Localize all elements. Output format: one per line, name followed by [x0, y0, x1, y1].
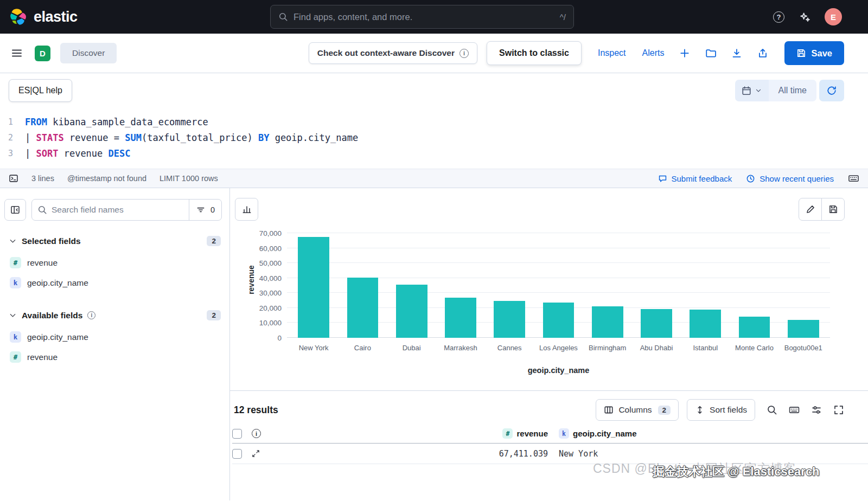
chart-type-button[interactable]: [235, 198, 258, 221]
line-number: 1: [0, 117, 25, 127]
search-icon: [37, 205, 47, 215]
x-axis-title: geoip.city_name: [287, 366, 830, 375]
ai-assistant-button[interactable]: [799, 11, 810, 23]
x-tick-label: Dubai: [387, 344, 436, 352]
save-icon: [796, 48, 806, 58]
chart-bar-monte-carlo[interactable]: [739, 317, 770, 338]
save-visualization-button[interactable]: [821, 198, 845, 221]
chart-bar-dubai[interactable]: [396, 285, 427, 338]
header-actions: ? E: [773, 8, 842, 25]
edit-icon: [806, 204, 815, 214]
time-range-label[interactable]: All time: [769, 80, 816, 101]
cell-city[interactable]: New York: [548, 449, 868, 459]
selected-fields-label: Selected fields: [22, 236, 81, 246]
show-recent-queries-link[interactable]: Show recent queries: [746, 174, 834, 183]
y-tick-label: 50,000: [259, 259, 282, 267]
field-item-geoip.city_name[interactable]: kgeoip.city_name: [4, 327, 222, 347]
code-line: FROM kibana_sample_data_ecommerce: [25, 117, 208, 127]
x-tick-label: Bogotu00e1: [779, 344, 828, 352]
x-tick-label: Monte Carlo: [730, 344, 778, 352]
sort-fields-button[interactable]: Sort fields: [687, 399, 755, 421]
chart-bar-new-york[interactable]: [298, 237, 329, 338]
table-header-city[interactable]: k geoip.city_name: [548, 428, 868, 439]
discover-app-badge[interactable]: D: [35, 46, 50, 61]
expand-row-icon[interactable]: [252, 449, 260, 458]
feedback-icon: [658, 174, 667, 183]
field-name: geoip.city_name: [27, 278, 88, 288]
chart-bar-cairo[interactable]: [347, 278, 379, 338]
select-all-checkbox[interactable]: [232, 429, 242, 439]
open-button[interactable]: [705, 48, 716, 59]
editor-lines: 1FROM kibana_sample_data_ecommerce2| STA…: [0, 114, 868, 161]
fullscreen-button[interactable]: [833, 404, 844, 415]
code-line: | SORT revenue DESC: [25, 148, 131, 159]
available-fields-header[interactable]: Available fields i 2: [4, 310, 222, 320]
collapse-sidebar-button[interactable]: [4, 199, 26, 221]
field-search-input[interactable]: [52, 205, 184, 215]
breadcrumb[interactable]: Discover: [60, 43, 117, 63]
avatar[interactable]: E: [825, 8, 842, 25]
columns-button[interactable]: Columns 2: [596, 399, 679, 421]
line-count: 3 lines: [31, 174, 54, 183]
y-tick-label: 60,000: [259, 244, 282, 252]
chart-bar-birmingham[interactable]: [592, 306, 623, 338]
editor-status-icon: [9, 174, 18, 183]
available-fields-list: kgeoip.city_name#revenue: [4, 327, 222, 367]
chart-bar-abu-dhabi[interactable]: [641, 309, 672, 338]
save-button[interactable]: Save: [784, 41, 844, 65]
alerts-link[interactable]: Alerts: [642, 48, 665, 58]
line-number: 3: [0, 149, 25, 158]
context-aware-banner-button[interactable]: Check out context-aware Discover i: [309, 42, 477, 64]
y-tick-label: 30,000: [259, 289, 282, 297]
new-session-button[interactable]: [679, 48, 690, 59]
edit-visualization-button[interactable]: [799, 198, 822, 221]
cell-revenue[interactable]: 67,411.039: [270, 449, 548, 459]
menu-button[interactable]: [11, 47, 23, 59]
chart-bar-bogotu00e1[interactable]: [788, 320, 819, 338]
brand[interactable]: elastic: [9, 7, 78, 27]
x-tick-label: Cairo: [338, 344, 387, 352]
keyboard-icon: [848, 174, 859, 183]
row-checkbox[interactable]: [232, 449, 242, 459]
global-search[interactable]: ^/: [270, 5, 574, 29]
inspect-link[interactable]: Inspect: [598, 48, 626, 58]
global-search-input[interactable]: [293, 12, 554, 22]
table-header-revenue[interactable]: # revenue: [270, 428, 548, 439]
chart-bar-marrakesh[interactable]: [445, 298, 476, 338]
field-filter-button[interactable]: 0: [189, 199, 221, 221]
chart-bar-cannes[interactable]: [494, 301, 525, 338]
field-item-revenue[interactable]: #revenue: [4, 253, 222, 273]
available-fields-count: 2: [207, 310, 221, 320]
esql-editor[interactable]: 1FROM kibana_sample_data_ecommerce2| STA…: [0, 107, 868, 169]
field-name: revenue: [27, 258, 58, 268]
keyboard-shortcuts-button[interactable]: [848, 174, 859, 183]
sort-fields-icon: [695, 405, 705, 415]
keyword-field-icon: k: [10, 277, 21, 288]
search-in-table-button[interactable]: [767, 404, 777, 415]
display-options-button[interactable]: [811, 404, 822, 415]
field-search[interactable]: 0: [31, 199, 222, 221]
chart-bar-los-angeles[interactable]: [543, 303, 575, 338]
selected-fields-header[interactable]: Selected fields 2: [4, 236, 222, 246]
results-toolbar: 12 results Columns 2 Sort fields: [230, 399, 868, 421]
app-toolbar: D Discover Check out context-aware Disco…: [0, 34, 868, 73]
save-label: Save: [811, 48, 832, 59]
y-axis-title: revenue: [247, 261, 256, 299]
date-picker-button[interactable]: [735, 80, 769, 101]
switch-to-classic-button[interactable]: Switch to classic: [487, 41, 582, 65]
submit-feedback-link[interactable]: Submit feedback: [658, 174, 732, 183]
x-tick-label: Abu Dhabi: [632, 344, 681, 352]
refresh-button[interactable]: [819, 80, 844, 101]
chart-bar-istanbul[interactable]: [690, 310, 721, 338]
timestamp-warning: @timestamp not found: [67, 174, 146, 183]
x-tick-label: Istanbul: [681, 344, 730, 352]
field-item-revenue[interactable]: #revenue: [4, 347, 222, 367]
elastic-logo: [9, 7, 28, 27]
download-button[interactable]: [731, 48, 742, 59]
esql-help-button[interactable]: ES|QL help: [9, 79, 72, 102]
keyboard-shortcuts-button[interactable]: [789, 404, 800, 415]
help-button[interactable]: ?: [773, 11, 784, 23]
editor-footer: 3 lines @timestamp not found LIMIT 1000 …: [0, 169, 868, 188]
field-item-geoip.city_name[interactable]: kgeoip.city_name: [4, 273, 222, 293]
share-button[interactable]: [757, 48, 768, 59]
